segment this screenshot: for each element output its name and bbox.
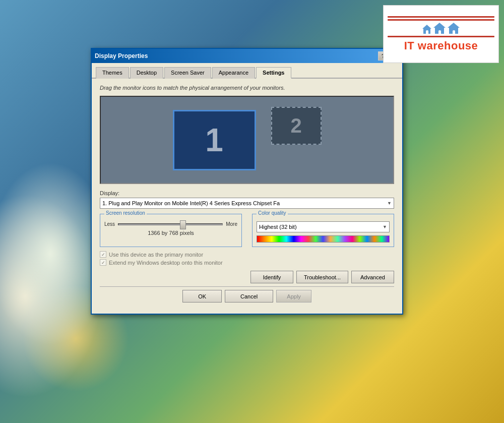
primary-monitor-label: Use this device as the primary monitor	[109, 252, 203, 258]
ok-cancel-row: OK Cancel Apply	[100, 287, 394, 308]
dialog-content: Drag the monitor icons to match the phys…	[92, 79, 402, 314]
identify-button[interactable]: Identify	[250, 271, 293, 283]
color-dropdown-arrow-icon: ▼	[383, 224, 387, 229]
resolution-slider[interactable]	[118, 223, 223, 225]
house-roof-3	[448, 23, 460, 28]
tab-settings[interactable]: Settings	[256, 67, 291, 79]
house-icon-2	[433, 23, 446, 34]
resolution-value: 1366 by 768 pixels	[104, 230, 237, 236]
tab-appearance[interactable]: Appearance	[212, 67, 255, 79]
tab-screen-saver[interactable]: Screen Saver	[164, 67, 211, 79]
advanced-button[interactable]: Advanced	[351, 271, 394, 283]
house-roof-2	[433, 23, 446, 28]
logo-line-2	[388, 19, 494, 21]
house-icon-1	[422, 25, 431, 34]
primary-monitor-checkbox-row[interactable]: ✓ Use this device as the primary monitor	[100, 251, 394, 258]
two-column-section: Screen resolution Less More 1366 by 768 …	[100, 214, 394, 247]
display-properties-dialog: Display Properties ? ✕ Themes Desktop Sc…	[91, 48, 403, 315]
logo-lines-bottom	[388, 36, 494, 37]
extend-desktop-label: Extend my Windows desktop onto this moni…	[109, 260, 223, 266]
title-bar: Display Properties ? ✕	[92, 49, 402, 63]
monitor-1-number: 1	[205, 122, 223, 159]
house-body-3	[449, 28, 458, 34]
slider-thumb[interactable]	[180, 220, 186, 229]
display-dropdown[interactable]: 1. Plug and Play Monitor on Mobile Intel…	[100, 198, 394, 209]
monitor-1[interactable]: 1	[173, 110, 256, 170]
tab-desktop[interactable]: Desktop	[130, 67, 163, 79]
color-quality-dropdown[interactable]: Highest (32 bit) ▼	[257, 221, 390, 232]
display-value: 1. Plug and Play Monitor on Mobile Intel…	[102, 200, 280, 206]
house-body-1	[423, 29, 430, 34]
instruction-text: Drag the monitor icons to match the phys…	[100, 85, 394, 91]
resolution-title: Screen resolution	[104, 210, 147, 216]
logo-houses	[422, 23, 460, 34]
ok-button[interactable]: OK	[182, 290, 222, 303]
troubleshoot-button[interactable]: Troubleshoot...	[296, 271, 348, 283]
house-body-2	[435, 28, 444, 34]
house-door-3	[453, 30, 455, 34]
house-roof-1	[422, 25, 431, 29]
screen-resolution-box: Screen resolution Less More 1366 by 768 …	[100, 214, 242, 247]
color-quality-box: Color quality Highest (32 bit) ▼	[252, 214, 394, 247]
color-quality-value: Highest (32 bit)	[259, 224, 297, 230]
tabs-bar: Themes Desktop Screen Saver Appearance S…	[92, 63, 402, 79]
resolution-slider-row: Less More	[104, 221, 237, 227]
less-label: Less	[104, 221, 115, 227]
apply-button[interactable]: Apply	[276, 290, 311, 303]
house-door-2	[438, 30, 441, 34]
logo-line-1	[388, 16, 494, 18]
monitor-2[interactable]: 2	[271, 107, 322, 145]
primary-monitor-checkbox[interactable]: ✓	[100, 251, 106, 258]
logo-lines	[388, 16, 494, 21]
cancel-button[interactable]: Cancel	[225, 290, 273, 303]
dialog-title: Display Properties	[95, 52, 148, 59]
color-quality-title: Color quality	[257, 210, 288, 216]
logo-line-3	[388, 36, 494, 37]
more-label: More	[226, 221, 237, 227]
tab-themes[interactable]: Themes	[96, 67, 129, 79]
action-buttons-row: Identify Troubleshoot... Advanced	[100, 271, 394, 283]
monitor-2-number: 2	[290, 114, 301, 137]
display-label: Display:	[100, 190, 394, 196]
dropdown-arrow-icon: ▼	[387, 201, 392, 206]
extend-desktop-checkbox-row[interactable]: ✓ Extend my Windows desktop onto this mo…	[100, 259, 394, 266]
color-swatch	[257, 235, 390, 243]
logo-box: IT warehouse	[383, 5, 499, 63]
monitor-preview-area: 1 2	[100, 96, 394, 184]
house-icon-3	[448, 23, 460, 34]
logo-text: IT warehouse	[404, 39, 478, 52]
extend-desktop-checkbox[interactable]: ✓	[100, 259, 106, 266]
house-door-1	[426, 30, 428, 34]
